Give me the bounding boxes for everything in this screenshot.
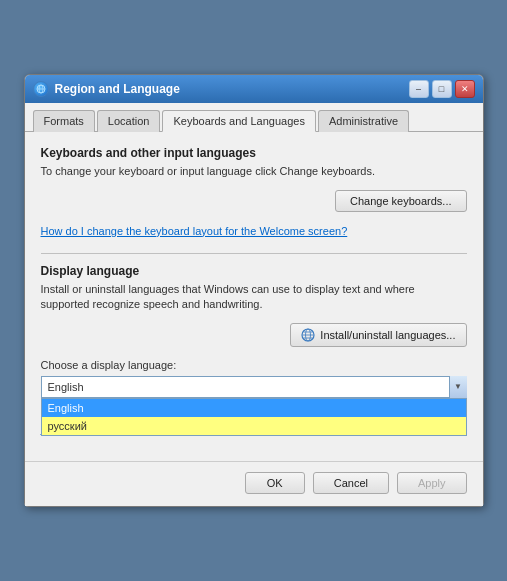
cancel-button[interactable]: Cancel [313,472,389,494]
window-icon [33,81,49,97]
footer-buttons: OK Cancel Apply [25,461,483,506]
tab-formats[interactable]: Formats [33,110,95,132]
dropdown-display-value[interactable]: English ▼ [41,376,467,398]
ok-button[interactable]: OK [245,472,305,494]
minimize-button[interactable]: – [409,80,429,98]
display-language-title: Display language [41,264,467,278]
title-bar: Region and Language – □ ✕ [25,75,483,103]
main-window: Region and Language – □ ✕ Formats Locati… [24,74,484,506]
change-keyboards-button[interactable]: Change keyboards... [335,190,467,212]
choose-label: Choose a display language: [41,359,467,371]
window-title: Region and Language [55,82,180,96]
keyboards-section-desc: To change your keyboard or input languag… [41,164,467,179]
dropdown-current-value: English [48,381,84,393]
tab-location[interactable]: Location [97,110,161,132]
change-keyboards-btn-row: Change keyboards... [41,190,467,212]
display-language-desc: Install or uninstall languages that Wind… [41,282,467,313]
globe-icon [301,328,315,342]
section-divider [41,253,467,254]
dropdown-arrow-icon: ▼ [449,376,467,398]
install-languages-button[interactable]: Install/uninstall languages... [290,323,466,347]
maximize-button[interactable]: □ [432,80,452,98]
content-area: Keyboards and other input languages To c… [25,132,483,460]
dropdown-item-english[interactable]: English [42,399,466,417]
title-bar-left: Region and Language [33,81,180,97]
keyboards-section-title: Keyboards and other input languages [41,146,467,160]
tab-keyboards[interactable]: Keyboards and Languages [162,110,316,132]
keyboards-section: Keyboards and other input languages To c… [41,146,467,248]
dropdown-list: English русский [41,398,467,436]
display-language-section: Display language Install or uninstall la… [41,264,467,398]
tabs-bar: Formats Location Keyboards and Languages… [25,103,483,132]
close-button[interactable]: ✕ [455,80,475,98]
title-bar-controls: – □ ✕ [409,80,475,98]
dropdown-item-russian[interactable]: русский [42,417,466,435]
install-languages-label: Install/uninstall languages... [320,329,455,341]
welcome-screen-link[interactable]: How do I change the keyboard layout for … [41,225,348,237]
tab-administrative[interactable]: Administrative [318,110,409,132]
apply-button[interactable]: Apply [397,472,467,494]
language-dropdown[interactable]: English ▼ English русский [41,376,467,398]
install-btn-row: Install/uninstall languages... [41,323,467,347]
